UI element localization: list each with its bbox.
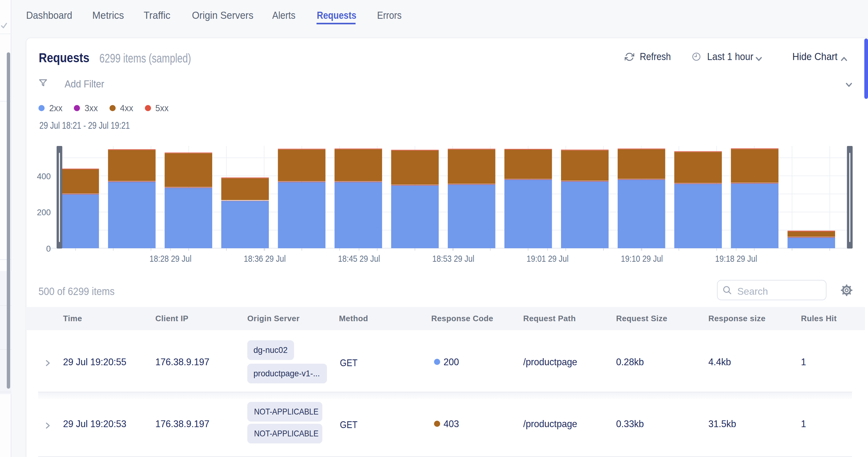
svg-text:18:28 29 Jul: 18:28 29 Jul bbox=[150, 253, 191, 264]
svg-text:19:10 29 Jul: 19:10 29 Jul bbox=[621, 253, 663, 264]
svg-text:19:18 29 Jul: 19:18 29 Jul bbox=[715, 253, 757, 264]
svg-text:18:53 29 Jul: 18:53 29 Jul bbox=[432, 253, 474, 264]
svg-text:0: 0 bbox=[46, 244, 51, 253]
svg-text:18:45 29 Jul: 18:45 29 Jul bbox=[338, 253, 380, 264]
svg-text:400: 400 bbox=[37, 172, 51, 181]
svg-text:200: 200 bbox=[37, 208, 51, 217]
svg-text:19:01 29 Jul: 19:01 29 Jul bbox=[527, 253, 568, 264]
svg-text:18:36 29 Jul: 18:36 29 Jul bbox=[244, 253, 286, 264]
